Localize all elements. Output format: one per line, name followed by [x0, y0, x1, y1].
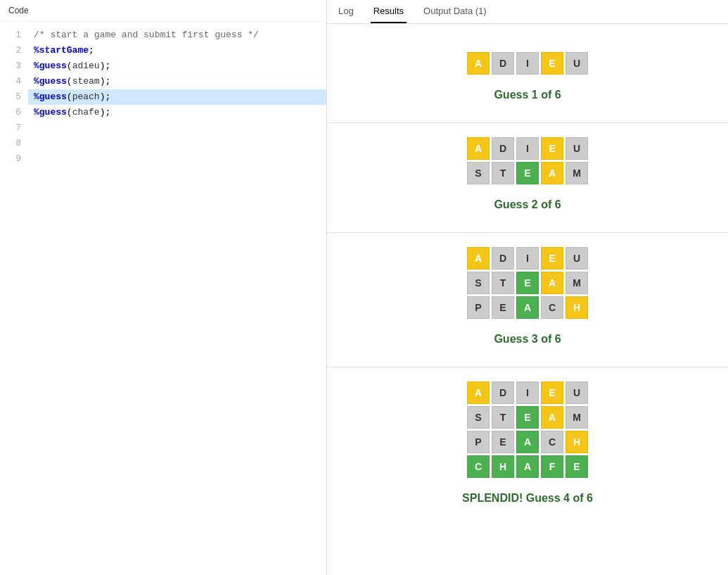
tile-4-4-3: A [516, 455, 539, 478]
tile-2-2-4: A [541, 162, 563, 184]
guess-grid-4: ADIEUSTEAMPEACHCHAFE [467, 381, 588, 478]
code-line-7: %guess(peach); [28, 89, 326, 105]
tile-1-1-2: D [492, 52, 514, 75]
tile-3-1-3: I [516, 247, 539, 270]
guess-label-4: SPLENDID! Guess 4 of 6 [462, 492, 593, 505]
tile-1-1-5: U [566, 52, 588, 75]
tile-2-2-5: M [566, 162, 588, 184]
tile-3-2-3: E [516, 272, 539, 294]
tile-2-1-1: A [467, 137, 490, 160]
guess-row-2-2: STEAM [467, 162, 588, 184]
tile-4-4-1: C [467, 455, 490, 478]
code-panel: Code 1234 56789 /* start a game and subm… [0, 0, 327, 575]
tile-4-3-5: H [566, 431, 588, 453]
guess-row-4-4: CHAFE [467, 455, 588, 478]
guess-row-1-1: ADIEU [467, 52, 588, 75]
tile-2-1-4: E [541, 137, 563, 160]
tile-4-3-2: E [492, 431, 514, 453]
tile-4-3-1: P [467, 431, 490, 453]
tile-4-4-2: H [492, 455, 514, 478]
tile-2-2-2: T [492, 162, 514, 184]
tab-log[interactable]: Log [336, 0, 357, 23]
tile-2-2-1: S [467, 162, 490, 184]
tile-4-2-3: E [516, 406, 539, 429]
tile-4-2-4: A [541, 406, 563, 429]
results-content: ADIEUGuess 1 of 6ADIEUSTEAMGuess 2 of 6A… [327, 24, 728, 575]
guess-row-3-3: PEACH [467, 296, 588, 319]
tile-1-1-1: A [467, 52, 490, 75]
tile-4-1-1: A [467, 381, 490, 404]
tile-3-3-1: P [467, 296, 490, 319]
tile-3-1-2: D [492, 247, 514, 270]
tile-4-2-5: M [566, 406, 588, 429]
code-line-8: %guess(chafe); [28, 105, 326, 120]
tile-3-1-4: E [541, 247, 563, 270]
tile-3-2-2: T [492, 272, 514, 294]
guess-row-3-2: STEAM [467, 272, 588, 294]
tile-4-1-3: I [516, 381, 539, 404]
tile-1-1-4: E [541, 52, 563, 75]
code-line-2: %startGame; [28, 43, 326, 58]
tile-4-2-2: T [492, 406, 514, 429]
tile-1-1-3: I [516, 52, 539, 75]
guess-row-3-1: ADIEU [467, 247, 588, 270]
tabs: Log Results Output Data (1) [327, 0, 728, 24]
code-content: 1234 56789 /* start a game and submit fi… [0, 22, 326, 575]
tab-results[interactable]: Results [371, 0, 407, 23]
guess-row-4-1: ADIEU [467, 381, 588, 404]
guess-section-3: ADIEUSTEAMPEACHGuess 3 of 6 [327, 233, 728, 367]
tile-3-3-5: H [566, 296, 588, 319]
tile-4-3-3: A [516, 431, 539, 453]
guess-label-1: Guess 1 of 6 [494, 89, 561, 101]
guess-row-4-3: PEACH [467, 431, 588, 453]
code-lines: /* start a game and submit first guess *… [28, 22, 326, 575]
tile-3-2-4: A [541, 272, 563, 294]
guess-label-3: Guess 3 of 6 [494, 333, 561, 346]
tile-3-3-2: E [492, 296, 514, 319]
code-line-3: %guess(adieu); [28, 58, 326, 74]
guess-section-1: ADIEUGuess 1 of 6 [327, 38, 728, 123]
results-panel: Log Results Output Data (1) ADIEUGuess 1… [327, 0, 728, 575]
code-line-1: /* start a game and submit first guess *… [28, 27, 326, 43]
guess-row-4-2: STEAM [467, 406, 588, 429]
line-numbers: 1234 56789 [0, 22, 28, 575]
tile-3-2-5: M [566, 272, 588, 294]
guess-grid-1: ADIEU [467, 52, 588, 75]
tab-output-data[interactable]: Output Data (1) [421, 0, 490, 23]
code-header: Code [0, 0, 326, 22]
guess-section-2: ADIEUSTEAMGuess 2 of 6 [327, 123, 728, 233]
tile-2-1-5: U [566, 137, 588, 160]
tile-4-1-5: U [566, 381, 588, 404]
tile-4-3-4: C [541, 431, 563, 453]
tile-4-4-4: F [541, 455, 563, 478]
tile-2-1-3: I [516, 137, 539, 160]
tile-4-2-1: S [467, 406, 490, 429]
tile-3-1-5: U [566, 247, 588, 270]
guess-label-2: Guess 2 of 6 [494, 198, 561, 211]
guess-grid-2: ADIEUSTEAM [467, 137, 588, 184]
tile-4-4-5: E [566, 455, 588, 478]
guess-section-4: ADIEUSTEAMPEACHCHAFESPLENDID! Guess 4 of… [327, 367, 728, 526]
tile-3-1-1: A [467, 247, 490, 270]
tile-3-3-4: C [541, 296, 563, 319]
guess-row-2-1: ADIEU [467, 137, 588, 160]
code-line-5: %guess(steam); [28, 74, 326, 89]
tile-4-1-4: E [541, 381, 563, 404]
tile-3-3-3: A [516, 296, 539, 319]
tile-2-2-3: E [516, 162, 539, 184]
tile-3-2-1: S [467, 272, 490, 294]
guess-grid-3: ADIEUSTEAMPEACH [467, 247, 588, 319]
tile-4-1-2: D [492, 381, 514, 404]
tile-2-1-2: D [492, 137, 514, 160]
